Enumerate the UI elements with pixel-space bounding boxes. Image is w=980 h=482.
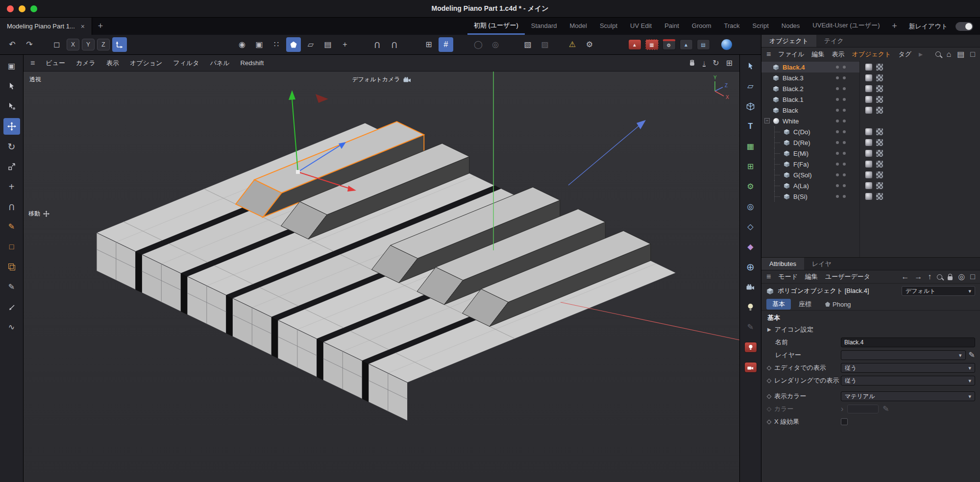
uvw-tag-icon[interactable] xyxy=(876,139,883,146)
new-layout-button[interactable]: 新レイアウト xyxy=(903,18,954,35)
attr-menu-mode[interactable]: モード xyxy=(778,272,798,281)
render-visibility-dot[interactable] xyxy=(843,184,846,187)
keyframe-diamond-icon[interactable] xyxy=(767,419,772,424)
render-visibility-dot[interactable] xyxy=(843,141,846,144)
minimize-window-button[interactable] xyxy=(19,5,25,12)
brush-tool-icon[interactable]: ✎ xyxy=(3,279,20,295)
editor-visibility-dot[interactable] xyxy=(836,76,839,79)
axis-mode-icon[interactable]: + xyxy=(338,37,352,52)
uvw-tag-icon[interactable] xyxy=(876,193,883,200)
model-mode-icon[interactable]: ▣ xyxy=(252,37,267,52)
mirror-icon[interactable]: ▧ xyxy=(520,37,535,52)
polygons-mode-icon[interactable] xyxy=(286,37,301,52)
viewport-solo-icon[interactable]: ▣ xyxy=(3,58,20,74)
close-window-button[interactable] xyxy=(7,5,14,12)
bend-deformer-icon[interactable]: ◆ xyxy=(743,240,758,254)
phong-tag-icon[interactable] xyxy=(865,171,872,178)
object-row-black2[interactable]: Black.2 xyxy=(761,83,980,94)
viewport-menu-options[interactable]: オプション xyxy=(130,59,163,68)
edges-mode-icon[interactable]: ▱ xyxy=(303,37,318,52)
editor-visibility-dot[interactable] xyxy=(836,173,839,176)
lattice-deformer-icon[interactable]: ▦ xyxy=(743,139,758,154)
generator-gear-icon[interactable]: ⚙ xyxy=(743,179,758,194)
render-visibility-dot[interactable] xyxy=(843,195,846,198)
object-row-bsi[interactable]: B(Si) xyxy=(761,191,980,202)
editor-visibility-dot[interactable] xyxy=(836,98,839,101)
zoom-window-button[interactable] xyxy=(30,5,37,12)
cube-object-icon[interactable] xyxy=(743,99,758,114)
render-visibility-dot[interactable] xyxy=(843,173,846,176)
phong-tag-icon[interactable] xyxy=(865,74,872,81)
scene-svg[interactable] xyxy=(24,72,739,482)
hand-icon[interactable] xyxy=(688,59,696,67)
attr-menu-userdata[interactable]: ユーザーデータ xyxy=(825,272,870,281)
snap-settings-icon[interactable]: U xyxy=(387,37,402,52)
back-icon[interactable]: ← xyxy=(901,273,909,281)
layout-tab-track[interactable]: Track xyxy=(718,18,746,35)
axis-modify-icon[interactable]: + xyxy=(3,178,20,195)
editor-visibility-dot[interactable] xyxy=(836,152,839,155)
team-render-icon[interactable]: ▤ xyxy=(696,37,710,52)
phong-tag-icon[interactable] xyxy=(865,139,872,146)
tab-objects[interactable]: オブジェクト xyxy=(761,35,816,47)
object-row-cdo[interactable]: C(Do) xyxy=(761,126,980,137)
object-row-ala[interactable]: A(La) xyxy=(761,180,980,191)
name-input[interactable] xyxy=(841,337,975,347)
render-visibility-dot[interactable] xyxy=(843,76,846,79)
editor-visibility-dot[interactable] xyxy=(836,130,839,133)
material-sphere-icon[interactable] xyxy=(719,37,734,52)
workplane-icon[interactable]: ⊞ xyxy=(421,37,436,52)
render-visibility-dot[interactable] xyxy=(843,152,846,155)
phong-tag-icon[interactable] xyxy=(865,85,872,92)
rotate-tool-icon[interactable]: ↻ xyxy=(3,138,20,155)
points-mode-icon[interactable]: ∷ xyxy=(269,37,284,52)
light-object-icon[interactable] xyxy=(743,300,758,314)
home-icon[interactable]: ⌂ xyxy=(947,50,952,58)
editor-visibility-dot[interactable] xyxy=(836,109,839,112)
rotate-workplane-icon[interactable]: ◯ xyxy=(471,37,486,52)
add-layout-button[interactable]: + xyxy=(886,18,903,35)
layout-tab-model[interactable]: Model xyxy=(563,18,593,35)
om-hamburger-icon[interactable]: ≡ xyxy=(766,50,771,58)
phong-tag-icon[interactable] xyxy=(865,96,872,103)
render-settings-icon[interactable]: ⚙ xyxy=(662,37,676,52)
render-visibility-dot[interactable] xyxy=(843,109,846,112)
layout-tab-standard[interactable]: Standard xyxy=(525,18,564,35)
tab-phong[interactable]: Phong xyxy=(819,300,857,309)
snap-magnet-icon[interactable]: U xyxy=(3,198,20,215)
object-row-emi[interactable]: E(Mi) xyxy=(761,148,980,159)
viewport-hamburger-icon[interactable]: ≡ xyxy=(30,59,35,67)
attr-hamburger-icon[interactable]: ≡ xyxy=(766,273,771,281)
preset-dropdown[interactable]: デフォルト ▾ xyxy=(902,286,975,296)
tab-attributes[interactable]: Attributes xyxy=(761,258,804,270)
add-document-tab-button[interactable]: + xyxy=(92,18,109,35)
tab-basic[interactable]: 基本 xyxy=(766,299,791,310)
y-axis-lock[interactable]: Y xyxy=(82,39,95,50)
warning-icon[interactable]: ⚠ xyxy=(565,37,580,52)
phong-tag-icon[interactable] xyxy=(865,150,872,157)
plane-object-icon[interactable]: ▱ xyxy=(743,79,758,94)
render-visibility-dot[interactable] xyxy=(843,66,846,69)
undo-icon[interactable]: ↶ xyxy=(5,37,20,52)
om-menu-overflow-icon[interactable]: ▸ xyxy=(919,50,923,58)
target-icon[interactable]: ◎ xyxy=(958,273,965,281)
lock-icon[interactable] xyxy=(948,276,953,280)
object-row-gsol[interactable]: G(Sol) xyxy=(761,169,980,180)
layout-tab-sculpt[interactable]: Sculpt xyxy=(593,18,624,35)
attr-search-icon[interactable] xyxy=(937,274,942,280)
uvw-tag-icon[interactable] xyxy=(876,171,883,178)
clone-tool-icon[interactable] xyxy=(3,259,20,275)
viewport-menu-filter[interactable]: フィルタ xyxy=(173,59,199,68)
camera-object-icon[interactable] xyxy=(743,280,758,294)
keyframe-diamond-icon[interactable] xyxy=(767,394,772,399)
picture-viewer-icon[interactable]: ▲ xyxy=(679,37,693,52)
expand-icon[interactable]: − xyxy=(764,118,770,123)
edit-layer-pencil-icon[interactable]: ✎ xyxy=(969,351,975,359)
forward-icon[interactable]: → xyxy=(914,273,922,281)
layout-tab-script[interactable]: Script xyxy=(746,18,775,35)
layout-tab-paint[interactable]: Paint xyxy=(658,18,686,35)
icon-settings-fold[interactable]: ▶ アイコン設定 xyxy=(761,323,980,336)
scale-tool-icon[interactable] xyxy=(3,158,20,175)
uvw-tag-icon[interactable] xyxy=(876,182,883,189)
rectangle-spline-icon[interactable]: □ xyxy=(3,239,20,255)
